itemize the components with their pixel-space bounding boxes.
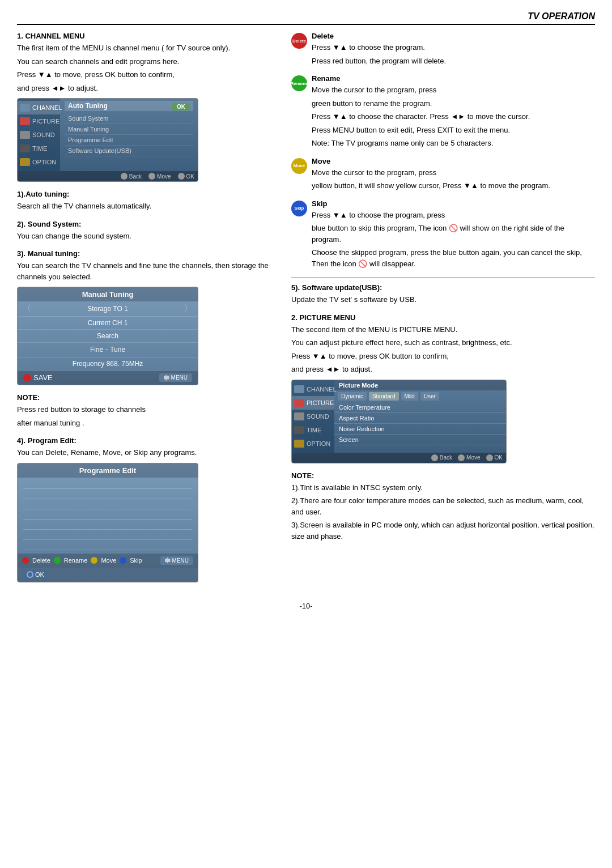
move-circle-icon (148, 173, 155, 180)
channel-menu-box: CHANNEL PICTURE SOUND TIME (17, 98, 198, 182)
menu-item-programme-edit[interactable]: Programme Edit (65, 135, 193, 146)
pm-footer: Back Move OK (292, 453, 506, 463)
delete-heading: Delete (312, 32, 446, 40)
skip-text1: Press ▼▲ to choose the program, press (312, 210, 595, 221)
pm-item-color-temp[interactable]: Color Temperature (334, 402, 506, 413)
sidebar-item-option: OPTION (18, 155, 60, 169)
rename-label: Rename (64, 557, 88, 564)
menu-item-software-update[interactable]: Software Update(USB) (65, 146, 193, 156)
pe-ok-btn[interactable]: OK (22, 570, 49, 579)
sidebar-item-picture: PICTURE (18, 114, 60, 128)
sidebar-time-label: TIME (32, 145, 47, 152)
pe-row-3 (23, 500, 192, 509)
divider1 (291, 277, 595, 278)
pe-menu-label: MENU (172, 558, 189, 564)
mt-menu-btn[interactable]: MENU (159, 373, 192, 382)
manual-tuning-box: Manual Tuning 〈 Storage TO 1 〉 Current C… (17, 287, 198, 385)
skip-content: Skip Press ▼▲ to choose the program, pre… (312, 199, 595, 272)
pm-sidebar-left: CHANNEL PICTURE SOUND TIME (292, 380, 334, 453)
pe-row-2 (23, 490, 192, 499)
pm-option-icon (294, 440, 304, 448)
software-update-heading: 5). Software update(USB): (291, 283, 595, 292)
mt-footer: SAVE MENU (18, 371, 198, 385)
pm-footer-move: Move (458, 454, 480, 461)
note1-heading: NOTE: (17, 393, 278, 402)
time-icon (20, 144, 30, 152)
pe-ok-row: OK (18, 568, 198, 582)
skip-text2: blue button to skip this program, The ic… (312, 223, 595, 245)
delete-content: Delete Press ▼▲ to choose the program. P… (312, 32, 446, 69)
mt-storage-label: Storage TO 1 (87, 305, 128, 313)
picture-menu-text2: You can adjust picture effect here, such… (291, 337, 595, 348)
pm-option-label: OPTION (307, 440, 330, 447)
rename-section: Rename Rename Move the cursor to the pro… (291, 74, 595, 151)
picture-menu-heading: 2. PICTURE MENU (291, 313, 595, 322)
page-number: -10- (17, 602, 595, 610)
rename-text5: Note: The TV programs name only can be 5… (312, 138, 530, 149)
pe-row-5 (23, 521, 192, 530)
sidebar-item-time: TIME (18, 142, 60, 155)
sidebar-picture-label: PICTURE (32, 118, 60, 125)
pm-sidebar-time: TIME (292, 423, 334, 437)
pm-sidebar-picture: PICTURE (292, 396, 334, 410)
pm-time-label: TIME (307, 427, 321, 433)
mt-search-row: Search (18, 330, 198, 343)
ok-btn-inline: OK (172, 102, 190, 113)
channel-menu-para2: You can search channels and edit program… (17, 56, 278, 67)
right-column: Delete Delete Press ▼▲ to choose the pro… (291, 32, 595, 590)
skip-section: Skip Skip Press ▼▲ to choose the program… (291, 199, 595, 272)
pe-rows (18, 478, 198, 554)
move-circle: Move (291, 158, 307, 174)
skip-heading: Skip (312, 199, 595, 208)
ok-circle-icon (178, 173, 185, 180)
sound-system-text: You can change the sound system. (17, 231, 278, 242)
pe-menu-icon (165, 558, 171, 563)
menu-item-sound-system[interactable]: Sound System (65, 113, 193, 124)
pm-picture-label: PICTURE (307, 399, 334, 406)
sound-icon (20, 131, 30, 139)
channel-menu-para3: Press ▼▲ to move, press OK button to con… (17, 69, 278, 80)
pm-item-screen[interactable]: Screen (334, 435, 506, 445)
move-text2: yellow button, it will show yellow curso… (312, 180, 550, 192)
skip-dot (120, 557, 126, 564)
mt-finetune-row: Fine－Tune (18, 343, 198, 358)
mt-title: Manual Tuning (18, 287, 198, 301)
menu-icon (164, 375, 169, 381)
note2-section: NOTE: 1).Tint is available in NTSC syste… (291, 471, 595, 542)
pm-tab-standard[interactable]: Standard (369, 392, 399, 401)
pm-item-aspect[interactable]: Aspect Ratio (334, 413, 506, 424)
move-content: Move Move the cursor to the program, pre… (312, 157, 550, 194)
prog-edit-box: Programme Edit Delete Rename (17, 463, 198, 582)
mt-arrow-left: 〈 (23, 304, 31, 314)
note2-item1: 1).Tint is available in NTSC system only… (291, 482, 595, 493)
manual-tuning-heading: 3). Manual tuning: (17, 249, 278, 258)
channel-menu-para4: and press ◄► to adjust. (17, 83, 278, 94)
pe-menu-btn[interactable]: MENU (160, 556, 193, 565)
pe-row-1 (23, 480, 192, 489)
software-update-text: Update the TV set' s software by USB. (291, 294, 595, 305)
footer-back: Back (121, 173, 142, 180)
channel-menu-sidebar: CHANNEL PICTURE SOUND TIME (18, 99, 198, 171)
program-edit-text: You can Delete, Rename, Move, or Skip an… (17, 447, 278, 458)
footer-ok: OK (178, 173, 194, 180)
move-text1: Move the cursor to the program, press (312, 167, 550, 178)
pe-footer-left: Delete Rename Move Skip (22, 557, 142, 564)
pe-title: Programme Edit (18, 463, 198, 478)
skip-circle: Skip (291, 201, 307, 216)
pm-item-noise[interactable]: Noise Reduction (334, 424, 506, 435)
pm-tab-user[interactable]: User (420, 392, 439, 401)
option-icon (20, 158, 30, 166)
red-save-dot (23, 374, 31, 382)
mt-freq-row: Frequency 868. 75MHz (18, 358, 198, 371)
pm-sidebar-option: OPTION (292, 437, 334, 450)
channel-menu-footer: Back Move OK (18, 171, 198, 181)
pm-tab-mild[interactable]: Mild (401, 392, 418, 401)
sidebar-item-sound: SOUND (18, 128, 60, 142)
pm-sound-icon (294, 412, 304, 420)
pm-tab-dynamic[interactable]: Dynamic (338, 392, 367, 401)
picture-menu-box: CHANNEL PICTURE SOUND TIME (291, 380, 507, 463)
channel-menu-heading: 1. CHANNEL MENU (17, 32, 278, 40)
delete-text1: Press ▼▲ to choose the program. (312, 42, 446, 53)
menu-item-manual-tuning[interactable]: Manual Tuning (65, 124, 193, 135)
delete-dot (22, 557, 29, 564)
